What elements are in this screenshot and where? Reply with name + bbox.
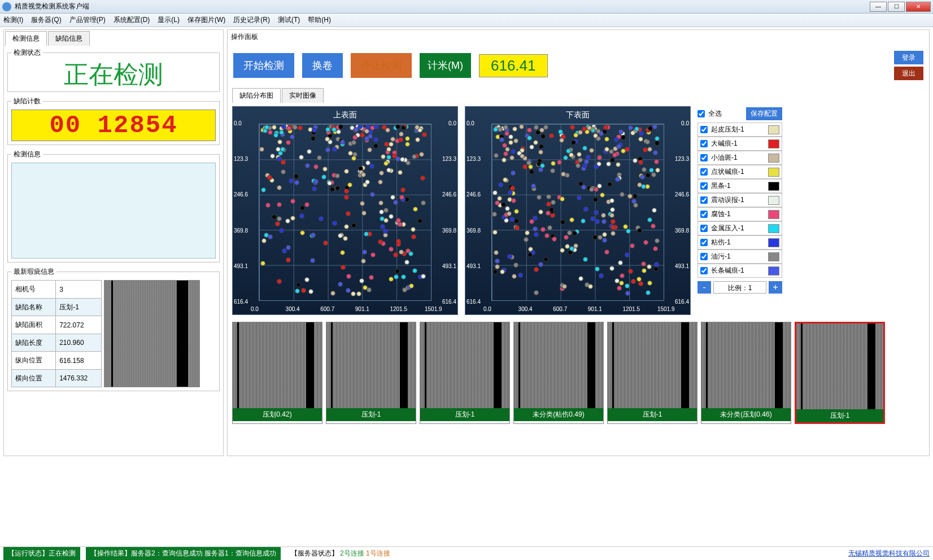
thumbnail-label: 压划-1 — [420, 408, 509, 421]
legend-swatch — [768, 139, 779, 148]
title-bar: 精质视觉检测系统客户端 — ☐ ✕ — [0, 0, 933, 14]
thumbnail-image — [796, 323, 883, 409]
stop-button[interactable]: 停止检测 — [351, 53, 412, 78]
name-v: 压划-1 — [56, 298, 102, 316]
status-label: 检测状态 — [11, 48, 43, 58]
length-v: 210.960 — [56, 334, 102, 352]
legend-checkbox[interactable] — [700, 196, 708, 204]
tab-detect-info[interactable]: 检测信息 — [5, 31, 47, 46]
menu-server[interactable]: 服务器(Q) — [31, 15, 61, 25]
menu-product[interactable]: 产品管理(P) — [69, 15, 106, 25]
thumbnail-card[interactable]: 压划-1 — [420, 322, 510, 424]
ratio-value: 比例：1 — [713, 281, 766, 294]
legend-label: 粘伤-1 — [711, 238, 731, 247]
legend-checkbox[interactable] — [700, 182, 708, 190]
legend-item[interactable]: 震动误报-1 — [697, 193, 782, 207]
area-v: 722.072 — [56, 316, 102, 334]
legend-item[interactable]: 金属压入-1 — [697, 221, 782, 235]
info-label: 检测信息 — [11, 150, 43, 159]
defect-table: 相机号3 缺陷名称压划-1 缺陷面积722.072 缺陷长度210.960 纵向… — [11, 280, 102, 387]
latest-label: 最新瑕疵信息 — [11, 267, 56, 277]
menu-bar: 检测(I) 服务器(Q) 产品管理(P) 系统配置(D) 显示(L) 保存图片(… — [0, 14, 933, 27]
legend-checkbox[interactable] — [700, 253, 708, 260]
chart-bottom-surface[interactable]: 下表面 0.00.0123.3123.3246.6246.6369.8369.8… — [465, 106, 691, 315]
save-config-button[interactable]: 保存配置 — [746, 107, 782, 120]
legend-swatch — [768, 125, 779, 134]
legend-item[interactable]: 长条碱痕-1 — [697, 264, 782, 278]
hpos-k: 横向位置 — [12, 369, 56, 387]
legend-checkbox[interactable] — [700, 154, 708, 161]
legend-item[interactable]: 点状碱痕-1 — [697, 165, 782, 179]
thumbnail-label: 压划-1 — [326, 408, 416, 421]
menu-help[interactable]: 帮助(H) — [308, 15, 331, 25]
panel-title: 操作面板 — [229, 31, 260, 43]
legend-checkbox[interactable] — [700, 168, 708, 176]
thumbnail-card[interactable]: 压划-1 — [607, 322, 697, 424]
thumbnail-image — [514, 322, 603, 408]
start-button[interactable]: 开始检测 — [233, 53, 294, 78]
legend-item[interactable]: 小油斑-1 — [697, 151, 782, 165]
legend-item[interactable]: 腐蚀-1 — [697, 207, 782, 221]
ratio-plus-button[interactable]: + — [769, 281, 782, 294]
vpos-k: 纵向位置 — [12, 352, 56, 370]
legend-item[interactable]: 粘伤-1 — [697, 235, 782, 250]
menu-config[interactable]: 系统配置(D) — [114, 15, 150, 25]
thumbnail-card[interactable]: 压划-1 — [326, 322, 416, 424]
legend-swatch — [768, 266, 779, 275]
menu-saveimg[interactable]: 保存图片(W) — [188, 15, 225, 25]
ratio-minus-button[interactable]: - — [697, 281, 711, 294]
close-button[interactable]: ✕ — [906, 2, 931, 12]
maximize-button[interactable]: ☐ — [888, 2, 905, 12]
chart-top-surface[interactable]: 上表面 0.00.0123.3123.3246.6246.6369.8369.8… — [232, 106, 458, 315]
change-roll-button[interactable]: 换卷 — [302, 53, 343, 78]
legend-label: 震动误报-1 — [711, 195, 744, 205]
thumbnail-card[interactable]: 压划0.42) — [232, 322, 322, 424]
cam-no-v: 3 — [56, 281, 102, 299]
thumbnail-card[interactable]: 压划-1 — [795, 322, 885, 424]
legend-label: 大碱痕-1 — [711, 139, 738, 148]
tab-live-image[interactable]: 实时图像 — [282, 88, 324, 103]
length-k: 缺陷长度 — [12, 334, 56, 352]
legend-checkbox[interactable] — [700, 267, 708, 274]
select-all-label: 全选 — [708, 109, 722, 119]
app-icon — [2, 2, 11, 11]
thumbnail-label: 未分类(粘伤0.49) — [514, 408, 603, 421]
legend-item[interactable]: 油污-1 — [697, 250, 782, 264]
app-title: 精质视觉检测系统客户端 — [15, 2, 869, 11]
menu-history[interactable]: 历史记录(R) — [233, 15, 270, 25]
info-box-wrap: 检测信息 — [7, 150, 220, 262]
legend-checkbox[interactable] — [700, 211, 708, 218]
thumbnail-image — [233, 322, 322, 408]
status-text: 正在检测 — [11, 61, 216, 88]
legend-item[interactable]: 黑条-1 — [697, 179, 782, 193]
select-all-checkbox[interactable] — [697, 110, 705, 117]
menu-display[interactable]: 显示(L) — [158, 15, 180, 25]
latest-box: 最新瑕疵信息 相机号3 缺陷名称压划-1 缺陷面积722.072 缺陷长度210… — [7, 267, 220, 391]
thumbnail-image — [701, 322, 791, 408]
legend-swatch — [768, 224, 779, 233]
menu-detect[interactable]: 检测(I) — [3, 15, 23, 25]
thumbnail-card[interactable]: 未分类(压划0.46) — [701, 322, 791, 424]
thumbnail-label: 压划-1 — [608, 408, 697, 421]
logout-button[interactable]: 退出 — [894, 67, 923, 80]
cam-no-k: 相机号 — [12, 281, 56, 299]
counter-box: 缺陷计数 00 12854 — [7, 97, 220, 145]
thumbnail-image — [326, 322, 416, 408]
legend-checkbox[interactable] — [700, 140, 708, 147]
legend-item[interactable]: 起皮压划-1 — [697, 123, 782, 137]
legend-item[interactable]: 大碱痕-1 — [697, 137, 782, 151]
tab-dist-map[interactable]: 缺陷分布图 — [232, 88, 281, 103]
legend-checkbox[interactable] — [700, 126, 708, 133]
login-button[interactable]: 登录 — [894, 51, 923, 64]
thumbnail-card[interactable]: 未分类(粘伤0.49) — [513, 322, 604, 424]
tab-defect-info[interactable]: 缺陷信息 — [48, 31, 90, 46]
legend-checkbox[interactable] — [700, 239, 708, 246]
legend-swatch — [768, 196, 779, 205]
info-box — [11, 163, 216, 259]
menu-test[interactable]: 测试(T) — [278, 15, 300, 25]
minimize-button[interactable]: — — [870, 2, 887, 12]
legend-label: 腐蚀-1 — [711, 209, 731, 219]
legend-label: 油污-1 — [711, 252, 731, 261]
legend-label: 金属压入-1 — [711, 224, 744, 233]
legend-checkbox[interactable] — [700, 225, 708, 232]
